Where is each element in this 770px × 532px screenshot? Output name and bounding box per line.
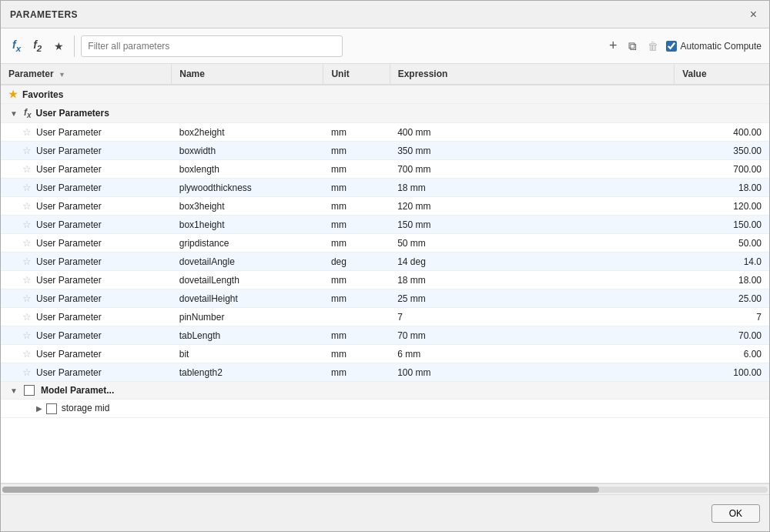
row-expression: 400 mm — [390, 123, 675, 142]
dialog-title: PARAMETERS — [10, 9, 78, 20]
delete-parameter-button[interactable]: 🗑 — [644, 36, 661, 55]
row-expression: 50 mm — [390, 234, 675, 253]
row-value: 6.00 — [675, 345, 769, 363]
row-star-icon[interactable]: ☆ — [22, 126, 32, 138]
row-expression: 18 mm — [390, 271, 675, 289]
table-row: ☆User Parameter dovetailLength mm 18 mm … — [1, 271, 769, 289]
fx-button[interactable]: fx — [8, 35, 25, 56]
filter-input[interactable] — [81, 35, 343, 57]
row-unit: mm — [323, 179, 390, 197]
row-unit: mm — [323, 142, 390, 160]
user-params-expand-button[interactable]: ▼ — [8, 109, 19, 118]
row-value: 14.0 — [675, 253, 769, 271]
table-row: ☆User Parameter pinNumber 7 7 — [1, 308, 769, 326]
row-unit: mm — [323, 289, 390, 308]
user-params-fx-icon: fx — [24, 107, 32, 119]
header-value: Value — [675, 64, 769, 85]
row-name: gripdistance — [172, 234, 323, 253]
model-params-section-row: ▼ Model Paramet... — [1, 382, 769, 400]
parameters-dialog: PARAMETERS × fx f2 ★ + ⧉ 🗑 — [0, 0, 770, 532]
ok-button[interactable]: OK — [711, 504, 760, 523]
header-parameter: Parameter ▼ — [1, 64, 172, 85]
row-unit: mm — [323, 216, 390, 234]
row-unit — [323, 308, 390, 326]
model-params-label: Model Paramet... — [41, 385, 114, 396]
row-name: bit — [172, 345, 323, 363]
row-star-icon[interactable]: ☆ — [22, 237, 32, 249]
row-name: box3height — [172, 197, 323, 216]
row-star-icon[interactable]: ☆ — [22, 330, 32, 341]
row-param-type: User Parameter — [36, 367, 102, 378]
row-star-icon[interactable]: ☆ — [22, 200, 32, 212]
star-filter-button[interactable]: ★ — [50, 37, 68, 55]
add-parameter-button[interactable]: + — [606, 36, 621, 55]
sort-indicator: ▼ — [59, 71, 65, 79]
row-param-type: User Parameter — [36, 146, 102, 156]
table-row: ☆User Parameter gripdistance mm 50 mm 50… — [1, 234, 769, 253]
model-params-expand-button[interactable]: ▼ — [8, 386, 19, 395]
auto-compute-checkbox[interactable] — [666, 41, 677, 52]
row-param-type: User Parameter — [36, 330, 102, 341]
row-value: 100.00 — [675, 363, 769, 382]
row-star-icon[interactable]: ☆ — [22, 182, 32, 193]
row-star-icon[interactable]: ☆ — [22, 311, 32, 323]
favorites-section-row: ★ Favorites — [1, 85, 769, 104]
model-params-checkbox-icon — [24, 385, 35, 396]
row-name: tabLength — [172, 326, 323, 345]
table-row: ☆User Parameter tabLength mm 70 mm 70.00 — [1, 326, 769, 345]
row-unit: mm — [323, 197, 390, 216]
row-star-icon[interactable]: ☆ — [22, 274, 32, 286]
table-row: ☆User Parameter plywoodthickness mm 18 m… — [1, 179, 769, 197]
row-expression: 350 mm — [390, 142, 675, 160]
row-value: 120.00 — [675, 197, 769, 216]
row-star-icon[interactable]: ☆ — [22, 256, 32, 267]
row-expression: 100 mm — [390, 363, 675, 382]
header-name: Name — [172, 64, 323, 85]
horizontal-scrollbar[interactable] — [1, 483, 769, 494]
row-param-type: User Parameter — [36, 201, 102, 212]
storage-mid-checkbox-icon — [46, 403, 57, 414]
fx2-button[interactable]: f2 — [29, 35, 45, 56]
star-filter-icon: ★ — [54, 40, 64, 52]
close-button[interactable]: × — [747, 7, 760, 22]
row-star-icon[interactable]: ☆ — [22, 163, 32, 175]
storage-mid-row: ▶ storage mid — [1, 400, 769, 418]
storage-mid-expand-button[interactable]: ▶ — [35, 404, 44, 413]
table-row: ☆User Parameter box1height mm 150 mm 150… — [1, 216, 769, 234]
table-row: ☆User Parameter box3height mm 120 mm 120… — [1, 197, 769, 216]
header-expression: Expression — [390, 64, 675, 85]
table-row: ☆User Parameter tablength2 mm 100 mm 100… — [1, 363, 769, 382]
row-param-type: User Parameter — [36, 219, 102, 230]
row-name: tablength2 — [172, 363, 323, 382]
row-param-type: User Parameter — [36, 275, 102, 286]
table-row: ☆User Parameter bit mm 6 mm 6.00 — [1, 345, 769, 363]
row-param-type: User Parameter — [36, 293, 102, 304]
row-unit: mm — [323, 363, 390, 382]
row-unit: deg — [323, 253, 390, 271]
row-star-icon[interactable]: ☆ — [22, 348, 32, 360]
row-expression: 14 deg — [390, 253, 675, 271]
row-expression: 25 mm — [390, 289, 675, 308]
row-expression: 7 — [390, 308, 675, 326]
copy-parameter-button[interactable]: ⧉ — [625, 36, 640, 55]
row-expression: 6 mm — [390, 345, 675, 363]
row-value: 25.00 — [675, 289, 769, 308]
parameters-table: Parameter ▼ Name Unit Expression Value ★… — [1, 64, 769, 418]
row-value: 50.00 — [675, 234, 769, 253]
row-star-icon[interactable]: ☆ — [22, 293, 32, 304]
row-star-icon[interactable]: ☆ — [22, 219, 32, 230]
title-bar-left: PARAMETERS — [10, 9, 78, 20]
row-param-type: User Parameter — [36, 182, 102, 193]
auto-compute-label[interactable]: Automatic Compute — [666, 41, 762, 52]
add-icon: + — [609, 38, 618, 53]
row-param-type: User Parameter — [36, 238, 102, 249]
row-name: boxwidth — [172, 142, 323, 160]
row-star-icon[interactable]: ☆ — [22, 366, 32, 378]
row-expression: 70 mm — [390, 326, 675, 345]
row-star-icon[interactable]: ☆ — [22, 145, 32, 156]
toolbar: fx f2 ★ + ⧉ 🗑 Automatic Compute — [1, 28, 769, 64]
user-params-label: User Parameters — [35, 108, 109, 119]
title-bar: PARAMETERS × — [1, 1, 769, 28]
auto-compute-text: Automatic Compute — [681, 41, 762, 52]
table-row: ☆User Parameter boxwidth mm 350 mm 350.0… — [1, 142, 769, 160]
